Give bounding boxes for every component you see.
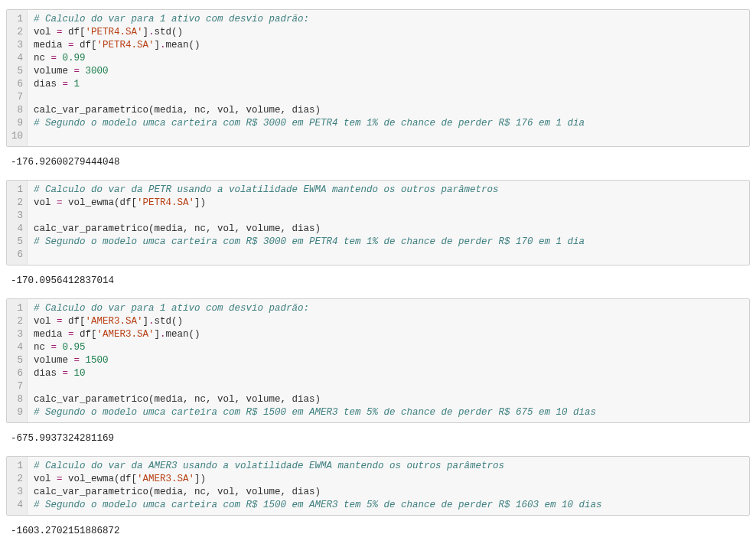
token-comment: # Segundo o modelo umca carteira com R$ … [34, 500, 602, 510]
token-name [80, 355, 86, 366]
token-name: nc [34, 342, 51, 353]
token-name [68, 79, 74, 90]
line-number: 2 [11, 26, 23, 39]
code-line: dias = 10 [34, 367, 743, 380]
line-number: 2 [11, 473, 23, 486]
line-number: 3 [11, 210, 23, 223]
token-name: mean() [166, 329, 200, 340]
token-name: vol [34, 316, 57, 327]
code-line: # Calculo do var para 1 ativo com desvio… [34, 302, 743, 315]
line-number: 6 [11, 249, 23, 262]
code-line: calc_var_parametrico(media, nc, vol, vol… [34, 486, 743, 499]
code-line: # Segundo o modelo umca carteira com R$ … [34, 117, 743, 130]
token-op: . [160, 40, 166, 50]
code-line [34, 130, 743, 143]
line-number: 4 [11, 223, 23, 236]
line-number: 2 [11, 197, 23, 210]
code-area[interactable]: # Calculo do var da AMER3 usando a volat… [28, 457, 749, 515]
code-cell[interactable]: 1234# Calculo do var da AMER3 usando a v… [6, 456, 750, 516]
token-num: 1 [74, 79, 80, 90]
token-name: vol_ewma(df[ [63, 197, 138, 208]
code-line: nc = 0.95 [34, 341, 743, 354]
token-name: df[ [74, 40, 97, 50]
code-line [34, 380, 743, 393]
code-line: calc_var_parametrico(media, nc, vol, vol… [34, 104, 743, 117]
cell-output: -675.9937324281169 [6, 426, 750, 451]
token-str: 'PETR4.SA' [137, 197, 194, 208]
cell-output: -176.92600279444048 [6, 150, 750, 175]
code-line: vol = vol_ewma(df['PETR4.SA']) [34, 197, 743, 210]
token-op: = [57, 474, 63, 484]
token-op: . [160, 329, 166, 340]
token-op: = [74, 66, 80, 77]
token-str: 'AMER3.SA' [97, 329, 155, 340]
token-name: ] [143, 316, 149, 327]
token-comment: # Segundo o modelo umca carteira com R$ … [34, 407, 596, 418]
line-number: 8 [11, 104, 23, 117]
code-area[interactable]: # Calculo do var para 1 ativo com desvio… [28, 299, 749, 422]
token-comment: # Segundo o modelo umca carteira com R$ … [34, 236, 585, 247]
notebook-root: 12345678910# Calculo do var para 1 ativo… [6, 9, 750, 544]
code-line: vol = df['AMER3.SA'].std() [34, 315, 743, 328]
token-str: 'PETR4.SA' [97, 40, 155, 50]
code-area[interactable]: # Calculo do var da PETR usando a volati… [28, 181, 749, 265]
code-line: calc_var_parametrico(media, nc, vol, vol… [34, 393, 743, 406]
token-name: dias [34, 79, 63, 90]
token-op: = [57, 316, 63, 327]
code-line: vol = df['PETR4.SA'].std() [34, 26, 743, 39]
token-name: calc_var_parametrico(media, nc, vol, vol… [34, 487, 321, 497]
token-name: calc_var_parametrico(media, nc, vol, vol… [34, 105, 321, 116]
token-comment: # Calculo do var para 1 ativo com desvio… [34, 303, 309, 314]
code-line: # Segundo o modelo umca carteira com R$ … [34, 406, 743, 419]
code-area[interactable]: # Calculo do var para 1 ativo com desvio… [28, 10, 749, 146]
token-name: calc_var_parametrico(media, nc, vol, vol… [34, 223, 321, 234]
code-line: volume = 1500 [34, 354, 743, 367]
token-name: volume [34, 355, 74, 366]
line-number: 8 [11, 393, 23, 406]
line-number: 6 [11, 78, 23, 91]
line-number: 2 [11, 315, 23, 328]
token-name: ] [155, 40, 161, 50]
token-name [57, 53, 63, 64]
code-line: media = df['AMER3.SA'].mean() [34, 328, 743, 341]
token-op: = [68, 329, 74, 340]
code-line: calc_var_parametrico(media, nc, vol, vol… [34, 223, 743, 236]
code-cell[interactable]: 123456# Calculo do var da PETR usando a … [6, 180, 750, 265]
line-number-gutter: 12345678910 [7, 10, 28, 146]
token-name: media [34, 329, 68, 340]
token-op: = [57, 197, 63, 208]
code-line [34, 210, 743, 223]
token-op: . [148, 316, 155, 327]
token-name: ] [155, 329, 161, 340]
line-number: 5 [11, 236, 23, 249]
token-str: 'AMER3.SA' [137, 474, 194, 484]
token-num: 0.99 [63, 53, 86, 64]
token-op: = [51, 342, 57, 353]
token-name: ]) [194, 474, 206, 484]
token-name [80, 66, 86, 77]
cell-output: -1603.2702151886872 [6, 519, 750, 544]
token-name: dias [34, 368, 63, 379]
line-number-gutter: 123456789 [7, 299, 28, 422]
line-number: 5 [11, 354, 23, 367]
token-name: vol_ewma(df[ [63, 474, 138, 484]
line-number: 9 [11, 406, 23, 419]
code-line: nc = 0.99 [34, 52, 743, 65]
cell-output: -170.0956412837014 [6, 269, 750, 294]
line-number: 1 [11, 460, 23, 473]
line-number: 3 [11, 486, 23, 499]
code-cell[interactable]: 123456789# Calculo do var para 1 ativo c… [6, 298, 750, 423]
line-number: 9 [11, 117, 23, 130]
token-name: vol [34, 197, 57, 208]
code-line: volume = 3000 [34, 65, 743, 78]
token-name [68, 368, 74, 379]
line-number: 3 [11, 39, 23, 52]
code-cell[interactable]: 12345678910# Calculo do var para 1 ativo… [6, 9, 750, 147]
token-name: vol [34, 27, 57, 37]
line-number-gutter: 1234 [7, 457, 28, 515]
line-number: 1 [11, 13, 23, 26]
token-op: = [68, 40, 74, 50]
token-name: vol [34, 474, 57, 484]
code-line: # Segundo o modelo umca carteira com R$ … [34, 236, 743, 249]
token-comment: # Calculo do var da AMER3 usando a volat… [34, 461, 504, 471]
